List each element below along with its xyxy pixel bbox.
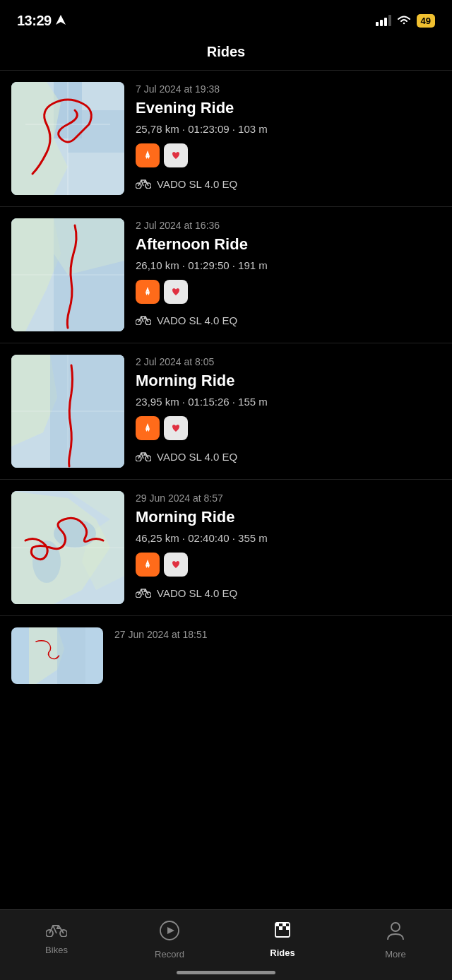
health-badge [164, 553, 188, 577]
ride-title: Afternoon Ride [136, 235, 441, 254]
ride-date: 7 Jul 2024 at 19:38 [136, 83, 441, 95]
svg-rect-2 [384, 18, 387, 26]
ride-bike: VADO SL 4.0 EQ [136, 312, 441, 329]
ride-title: Morning Ride [136, 372, 441, 390]
ride-info: 27 Jun 2024 at 18:51 [114, 627, 441, 640]
svg-rect-1 [380, 20, 383, 26]
ride-item[interactable]: 29 Jun 2024 at 8:57 Morning Ride 46,25 k… [0, 480, 452, 616]
ride-stats: 46,25 km · 02:40:40 · 355 m [136, 532, 441, 544]
status-bar: 13:29 49 [0, 0, 452, 37]
tab-more[interactable]: More [339, 917, 452, 960]
ride-item[interactable]: 2 Jul 2024 at 8:05 Morning Ride 23,95 km… [0, 343, 452, 480]
bike-icon [136, 449, 151, 465]
ride-date: 2 Jul 2024 at 16:36 [136, 220, 441, 231]
svg-rect-0 [376, 22, 379, 26]
wifi-icon [397, 15, 411, 26]
ride-info: 2 Jul 2024 at 16:36 Afternoon Ride 26,10… [136, 218, 441, 329]
ride-badges [136, 553, 441, 577]
ride-badges [136, 280, 441, 304]
page-title: Rides [0, 37, 452, 71]
ride-bike: VADO SL 4.0 EQ [136, 449, 441, 465]
ride-badges [136, 143, 441, 167]
ride-info: 29 Jun 2024 at 8:57 Morning Ride 46,25 k… [136, 491, 441, 601]
ride-stats: 26,10 km · 01:29:50 · 191 m [136, 259, 441, 271]
svg-rect-3 [388, 15, 391, 26]
tab-more-label: More [385, 949, 406, 960]
svg-rect-37 [57, 627, 85, 684]
svg-rect-50 [286, 926, 290, 930]
ride-map [11, 82, 124, 195]
health-badge [164, 143, 188, 167]
rides-icon [273, 920, 292, 945]
svg-rect-45 [282, 923, 286, 926]
ride-date: 29 Jun 2024 at 8:57 [136, 492, 441, 504]
strava-badge [136, 280, 160, 304]
strava-badge [136, 416, 160, 440]
record-icon [159, 920, 180, 946]
tab-rides[interactable]: Rides [226, 917, 339, 958]
battery-indicator: 49 [417, 14, 435, 28]
ride-bike: VADO SL 4.0 EQ [136, 176, 441, 192]
ride-date: 2 Jul 2024 at 8:05 [136, 356, 441, 367]
ride-stats: 25,78 km · 01:23:09 · 103 m [136, 123, 441, 135]
tab-bikes[interactable]: Bikes [0, 917, 113, 955]
bike-icon [136, 312, 151, 329]
bike-icon [136, 585, 151, 601]
ride-map [11, 627, 103, 684]
ride-map [11, 355, 124, 468]
ride-map [11, 218, 124, 331]
ride-badges [136, 416, 441, 440]
ride-map [11, 491, 124, 604]
svg-rect-43 [275, 923, 279, 926]
ride-item[interactable]: 2 Jul 2024 at 16:36 Afternoon Ride 26,10… [0, 207, 452, 343]
svg-marker-41 [167, 927, 174, 934]
bikes-icon [46, 920, 67, 942]
strava-badge [136, 553, 160, 577]
more-icon [386, 920, 405, 946]
rides-list: 7 Jul 2024 at 19:38 Evening Ride 25,78 k… [0, 71, 452, 764]
ride-stats: 23,95 km · 01:15:26 · 155 m [136, 396, 441, 408]
home-indicator [177, 971, 275, 974]
ride-item-partial[interactable]: 27 Jun 2024 at 18:51 [0, 616, 452, 687]
ride-item[interactable]: 7 Jul 2024 at 19:38 Evening Ride 25,78 k… [0, 71, 452, 207]
ride-title: Morning Ride [136, 508, 441, 526]
navigation-icon [56, 15, 66, 26]
tab-record-label: Record [155, 949, 184, 960]
ride-info: 2 Jul 2024 at 8:05 Morning Ride 23,95 km… [136, 355, 441, 465]
tab-record[interactable]: Record [113, 917, 226, 960]
svg-rect-47 [279, 926, 282, 930]
tab-bar: Bikes Record Rides [0, 909, 452, 980]
status-right: 49 [376, 14, 435, 28]
tab-bikes-label: Bikes [45, 945, 68, 955]
ride-bike: VADO SL 4.0 EQ [136, 585, 441, 601]
svg-point-30 [54, 519, 96, 548]
signal-icon [376, 15, 391, 26]
ride-info: 7 Jul 2024 at 19:38 Evening Ride 25,78 k… [136, 82, 441, 192]
ride-title: Evening Ride [136, 99, 441, 117]
svg-point-51 [391, 923, 400, 931]
tab-rides-label: Rides [270, 947, 295, 958]
health-badge [164, 416, 188, 440]
strava-badge [136, 143, 160, 167]
ride-date: 27 Jun 2024 at 18:51 [114, 629, 441, 640]
svg-rect-48 [282, 926, 286, 930]
bike-icon [136, 176, 151, 192]
status-time: 13:29 [17, 13, 66, 29]
health-badge [164, 280, 188, 304]
